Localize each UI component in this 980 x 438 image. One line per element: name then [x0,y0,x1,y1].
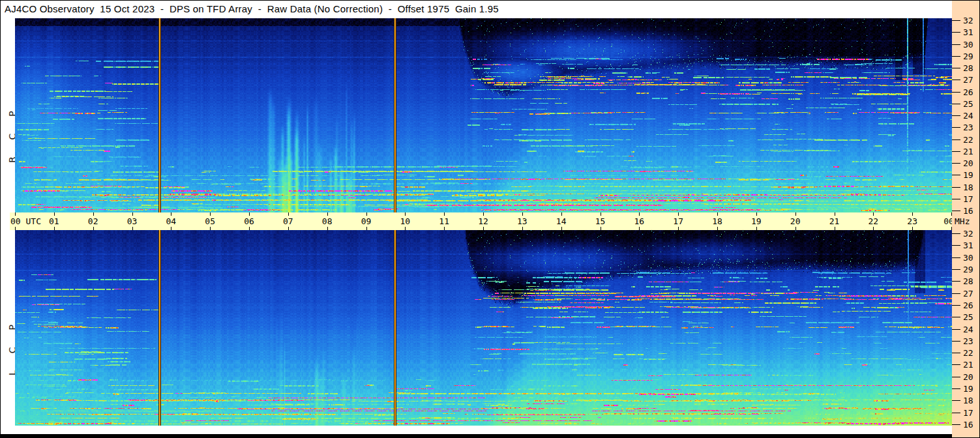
time-tick [717,227,718,230]
freq-tick-label: 22 [963,348,973,358]
freq-tick [952,329,960,330]
freq-tick-label: 27 [963,289,973,299]
freq-tick-label: 19 [963,170,973,180]
freq-tick [952,400,960,401]
time-tick-label: 02 [83,216,103,226]
freq-tick-label: 23 [963,336,973,346]
freq-tick [952,92,960,93]
freq-tick [952,199,960,199]
time-tick [795,212,796,216]
freq-tick [952,115,960,116]
time-tick [639,227,640,230]
freq-tick [952,20,960,21]
time-tick [835,227,835,230]
freq-tick-label: 29 [963,51,973,61]
time-tick [288,212,289,216]
freq-tick [952,413,960,413]
time-tick [210,227,211,230]
time-tick-label: 12 [473,216,493,226]
freq-tick-label: 31 [963,27,973,37]
time-tick-label: 06 [239,216,259,226]
freq-tick-label: 16 [963,420,973,430]
freq-tick-label: 25 [963,99,973,109]
freq-tick-label: 18 [963,396,973,405]
freq-tick-label: 21 [963,147,973,156]
time-tick-label: 16 [629,216,649,226]
freq-tick [952,151,960,152]
time-tick-label: 17 [668,216,688,226]
time-tick [444,227,445,230]
time-tick [912,227,913,230]
freq-tick-label: 28 [963,63,973,73]
lcp-spectrogram-canvas [15,230,952,426]
time-tick [366,212,367,216]
time-tick-label: 20 [786,216,805,226]
freq-tick [952,211,960,211]
freq-tick-label: 32 [963,229,973,239]
freq-tick-label: 31 [963,241,973,250]
page-title: AJ4CO Observatory 15 Oct 2023 - DPS on T… [5,3,499,14]
time-axis: 00 UTC0102030405060708091011121314151617… [10,212,952,230]
time-tick-label: 09 [357,216,376,226]
time-tick-label: 22 [863,216,883,226]
time-tick [327,227,328,230]
freq-tick-label: 32 [963,16,973,25]
time-tick [678,212,679,216]
freq-tick [952,317,960,317]
time-tick-label: 05 [200,216,220,226]
freq-tick [952,175,960,175]
time-tick [639,212,640,216]
time-tick [249,227,250,230]
time-tick [835,212,835,216]
freq-tick-label: 29 [963,265,973,274]
freq-tick [952,245,960,246]
time-tick-label: 07 [278,216,298,226]
time-tick [717,212,718,216]
title-bar: AJ4CO Observatory 15 Oct 2023 - DPS on T… [1,1,952,18]
time-tick-label: 11 [434,216,454,226]
time-tick-label: 14 [552,216,571,226]
freq-tick [952,305,960,306]
freq-tick-label: 23 [963,123,973,132]
freq-tick [952,104,960,104]
time-tick [483,227,484,230]
time-tick [678,227,679,230]
time-tick-label: 13 [512,216,532,226]
time-tick [366,227,367,230]
freq-tick [952,139,960,140]
time-tick [249,212,250,216]
time-tick-label: 00 UTC [10,216,41,226]
time-tick [561,212,562,216]
freq-tick-label: 17 [963,408,973,418]
freq-tick [952,80,960,80]
time-tick [483,212,484,216]
freq-tick-label: 19 [963,384,973,394]
freq-tick [952,388,960,389]
time-tick [93,212,94,216]
freq-tick [952,233,960,234]
time-tick [171,212,171,216]
time-tick [522,227,523,230]
time-tick-label: 10 [395,216,415,226]
freq-tick-label: 30 [963,253,973,263]
freq-tick-label: 25 [963,312,973,322]
time-tick [756,212,757,216]
freq-tick [952,68,960,68]
time-tick [54,212,55,216]
spectrogram-window: AJ4CO Observatory 15 Oct 2023 - DPS on T… [0,0,980,438]
time-tick-label: 21 [825,216,844,226]
time-tick-label: 19 [747,216,766,226]
time-tick [15,212,16,216]
time-tick [561,227,562,230]
time-tick [601,227,601,230]
time-tick [288,227,289,230]
time-tick [912,212,913,216]
rcp-spectrogram-canvas [15,18,952,212]
freq-tick-label: 22 [963,135,973,145]
freq-tick [952,281,960,282]
freq-tick-label: 21 [963,360,973,370]
freq-unit-label: MHz [955,216,970,226]
freq-tick [952,377,960,377]
time-tick-label: 03 [123,216,142,226]
freq-tick [952,353,960,353]
